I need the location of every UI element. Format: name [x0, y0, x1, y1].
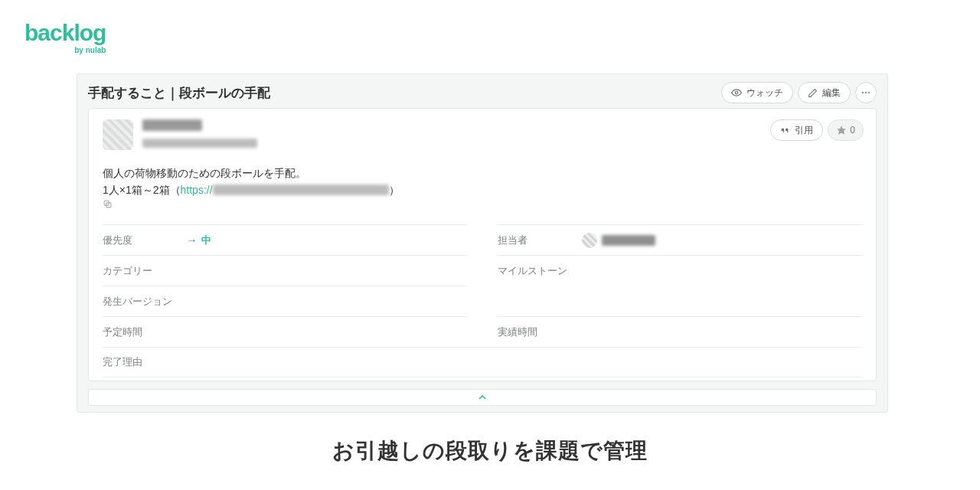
- issue-body: 個人の荷物移動のための段ボールを手配。 1人×1箱～2箱（https://）: [103, 165, 862, 209]
- arrow-right-icon: →: [187, 234, 197, 246]
- issue-panel: 手配すること｜段ボールの手配 ウォッチ 編集: [77, 74, 888, 413]
- field-priority: 優先度 → 中: [103, 224, 467, 255]
- body-link[interactable]: https://: [181, 184, 389, 196]
- logo-sub: by nulab: [24, 46, 106, 54]
- quote-icon: [780, 126, 790, 136]
- estimate-label: 予定時間: [103, 325, 187, 339]
- assignee-name-blurred: [602, 235, 655, 246]
- field-milestone: マイルストーン: [498, 255, 862, 286]
- issue-title: 手配すること｜段ボールの手配: [88, 84, 717, 102]
- body-line2: 1人×1箱～2箱（https://）: [103, 181, 862, 209]
- panel-header: 手配すること｜段ボールの手配 ウォッチ 編集: [77, 74, 887, 108]
- body-link-blurred: [213, 185, 389, 195]
- field-version: 発生バージョン: [103, 286, 467, 316]
- dots-icon: [861, 87, 871, 98]
- copy-icon[interactable]: [103, 199, 862, 209]
- star-icon: [836, 125, 847, 136]
- field-resolution: 完了理由: [103, 347, 862, 377]
- page-caption: お引越しの段取りを課題で管理: [0, 436, 980, 466]
- logo-main: backlog: [24, 21, 106, 44]
- author-avatar: [103, 119, 133, 150]
- priority-label: 優先度: [103, 234, 187, 247]
- issue-card: 引用 0 個人の荷物移動のための段ボールを手配。 1人×1箱～2箱（https:…: [88, 108, 877, 381]
- edit-button[interactable]: 編集: [798, 82, 851, 103]
- pencil-icon: [808, 88, 818, 98]
- watch-button[interactable]: ウォッチ: [721, 82, 793, 103]
- assignee-label: 担当者: [498, 234, 582, 247]
- author-meta-blurred: [142, 139, 257, 148]
- actual-label: 実績時間: [498, 325, 582, 339]
- collapse-toggle[interactable]: [88, 389, 877, 406]
- priority-value: → 中: [187, 234, 211, 247]
- field-assignee: 担当者: [498, 224, 862, 255]
- author-row: [103, 119, 862, 151]
- card-actions: 引用 0: [766, 119, 864, 141]
- svg-point-3: [868, 92, 870, 93]
- author-head: [142, 119, 257, 151]
- edit-label: 編集: [822, 87, 841, 100]
- logo: backlog by nulab: [24, 21, 106, 54]
- assignee-avatar: [582, 233, 597, 248]
- svg-point-1: [862, 92, 864, 93]
- field-category: カテゴリー: [103, 255, 467, 286]
- watch-label: ウォッチ: [746, 87, 783, 100]
- quote-button[interactable]: 引用: [770, 119, 823, 141]
- eye-icon: [731, 87, 742, 98]
- star-count: 0: [850, 125, 855, 136]
- chevron-up-icon: [476, 391, 488, 403]
- assignee-value: [582, 233, 655, 248]
- quote-label: 引用: [795, 124, 813, 137]
- svg-marker-4: [837, 126, 846, 135]
- svg-point-2: [865, 92, 867, 93]
- field-actual: 実績時間: [498, 316, 862, 347]
- svg-point-0: [735, 91, 738, 94]
- field-estimate: 予定時間: [103, 316, 467, 347]
- milestone-label: マイルストーン: [498, 264, 582, 278]
- category-label: カテゴリー: [103, 264, 187, 278]
- fields-grid: 優先度 → 中 担当者 カテゴリー マイルストーン 発生バージョ: [103, 224, 862, 381]
- resolution-label: 完了理由: [103, 355, 187, 369]
- field-spacer: [498, 286, 862, 316]
- author-name-blurred: [142, 119, 202, 131]
- body-line1: 個人の荷物移動のための段ボールを手配。: [103, 165, 862, 181]
- star-button[interactable]: 0: [828, 119, 864, 141]
- more-button[interactable]: [855, 82, 877, 103]
- version-label: 発生バージョン: [103, 295, 187, 309]
